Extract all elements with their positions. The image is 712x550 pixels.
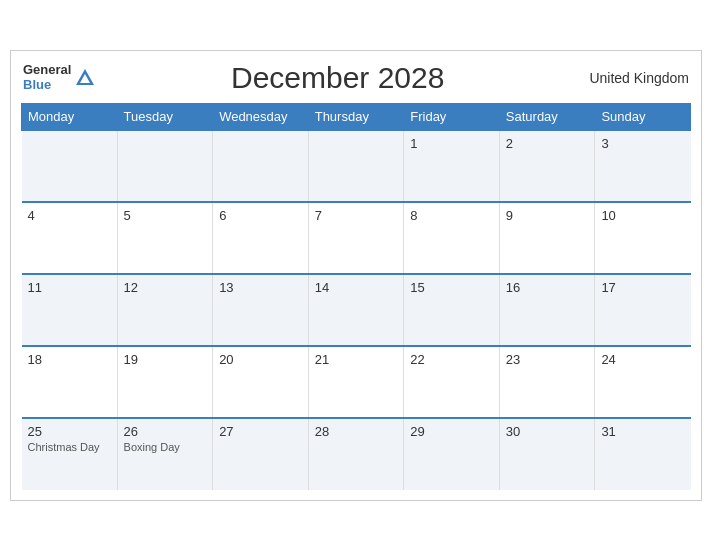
day-number: 8 [410,208,493,223]
header-sunday: Sunday [595,103,691,130]
day-number: 25 [28,424,111,439]
calendar-week-row: 45678910 [22,202,691,274]
calendar-week-row: 25Christmas Day26Boxing Day2728293031 [22,418,691,490]
day-number: 5 [124,208,207,223]
calendar-cell: 13 [213,274,309,346]
day-number: 3 [601,136,684,151]
logo-blue: Blue [23,78,71,92]
header-tuesday: Tuesday [117,103,213,130]
day-number: 1 [410,136,493,151]
country-label: United Kingdom [579,70,689,86]
header-monday: Monday [22,103,118,130]
day-number: 21 [315,352,398,367]
calendar-cell: 14 [308,274,404,346]
day-number: 7 [315,208,398,223]
day-number: 23 [506,352,589,367]
calendar-cell: 18 [22,346,118,418]
calendar-cell: 4 [22,202,118,274]
day-number: 13 [219,280,302,295]
day-number: 6 [219,208,302,223]
day-number: 4 [28,208,111,223]
day-number: 17 [601,280,684,295]
calendar-cell: 31 [595,418,691,490]
calendar-cell: 8 [404,202,500,274]
header-friday: Friday [404,103,500,130]
logo-general: General [23,63,71,77]
calendar-grid: Monday Tuesday Wednesday Thursday Friday… [21,103,691,490]
day-number: 30 [506,424,589,439]
calendar-cell: 29 [404,418,500,490]
calendar-thead: Monday Tuesday Wednesday Thursday Friday… [22,103,691,130]
calendar-cell: 20 [213,346,309,418]
calendar-body: 1234567891011121314151617181920212223242… [22,130,691,490]
calendar-week-row: 18192021222324 [22,346,691,418]
day-number: 2 [506,136,589,151]
calendar-cell: 21 [308,346,404,418]
logo-icon [74,67,96,89]
calendar-cell: 17 [595,274,691,346]
day-event: Christmas Day [28,441,111,453]
day-number: 27 [219,424,302,439]
header-thursday: Thursday [308,103,404,130]
calendar-cell: 15 [404,274,500,346]
calendar-cell: 6 [213,202,309,274]
calendar-cell: 2 [499,130,595,202]
calendar-cell: 9 [499,202,595,274]
weekday-header-row: Monday Tuesday Wednesday Thursday Friday… [22,103,691,130]
header-wednesday: Wednesday [213,103,309,130]
calendar-cell: 30 [499,418,595,490]
calendar-cell [213,130,309,202]
day-number: 9 [506,208,589,223]
calendar-cell: 3 [595,130,691,202]
calendar-cell: 24 [595,346,691,418]
day-number: 14 [315,280,398,295]
calendar-cell: 10 [595,202,691,274]
calendar-cell: 19 [117,346,213,418]
calendar-cell: 28 [308,418,404,490]
calendar-cell: 5 [117,202,213,274]
day-number: 10 [601,208,684,223]
logo-text: General Blue [23,63,71,92]
day-number: 28 [315,424,398,439]
header-saturday: Saturday [499,103,595,130]
day-number: 26 [124,424,207,439]
calendar-cell [308,130,404,202]
calendar-cell: 7 [308,202,404,274]
calendar-week-row: 123 [22,130,691,202]
day-event: Boxing Day [124,441,207,453]
calendar-week-row: 11121314151617 [22,274,691,346]
calendar-cell: 23 [499,346,595,418]
logo: General Blue [23,63,96,92]
calendar-cell: 1 [404,130,500,202]
day-number: 31 [601,424,684,439]
day-number: 16 [506,280,589,295]
day-number: 18 [28,352,111,367]
calendar-container: General Blue December 2028 United Kingdo… [10,50,702,501]
day-number: 11 [28,280,111,295]
calendar-cell: 25Christmas Day [22,418,118,490]
calendar-cell [22,130,118,202]
calendar-cell: 11 [22,274,118,346]
calendar-cell: 16 [499,274,595,346]
day-number: 15 [410,280,493,295]
day-number: 24 [601,352,684,367]
day-number: 22 [410,352,493,367]
calendar-cell: 27 [213,418,309,490]
day-number: 29 [410,424,493,439]
calendar-cell: 12 [117,274,213,346]
calendar-header: General Blue December 2028 United Kingdo… [21,61,691,95]
calendar-cell [117,130,213,202]
day-number: 20 [219,352,302,367]
day-number: 12 [124,280,207,295]
calendar-cell: 26Boxing Day [117,418,213,490]
month-title: December 2028 [96,61,579,95]
day-number: 19 [124,352,207,367]
calendar-cell: 22 [404,346,500,418]
